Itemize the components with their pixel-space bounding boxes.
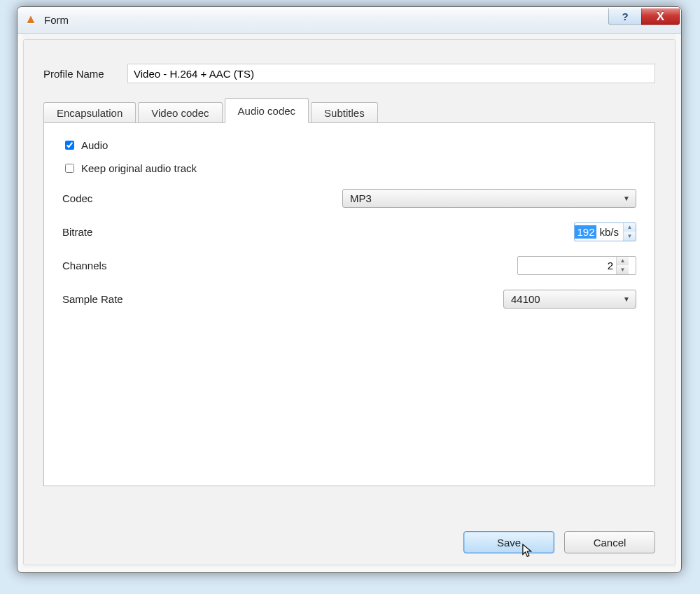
titlebar: Form ? X [18, 7, 681, 34]
dialog-footer: Save Cancel [463, 531, 655, 553]
audio-checkbox[interactable] [65, 141, 74, 150]
keep-original-row: Keep original audio track [62, 162, 636, 175]
audio-codec-panel: Audio Keep original audio track Codec MP… [43, 122, 655, 486]
sample-rate-value: 44100 [511, 293, 540, 305]
save-button[interactable]: Save [463, 531, 554, 553]
codec-row: Codec MP3 ▼ [62, 188, 636, 208]
spin-down-icon[interactable]: ▼ [617, 265, 629, 274]
channels-spin-buttons[interactable]: ▲ ▼ [616, 257, 629, 274]
codec-value: MP3 [350, 192, 372, 204]
dialog-window: Form ? X Profile Name Encapsulation Vide… [17, 6, 682, 573]
channels-value[interactable] [518, 260, 616, 271]
channels-spinner[interactable]: ▲ ▼ [517, 256, 636, 275]
chevron-down-icon: ▼ [623, 195, 630, 202]
profile-name-input[interactable] [127, 64, 655, 83]
bitrate-unit: kb/s [598, 226, 623, 238]
close-button[interactable]: X [641, 8, 680, 25]
keep-original-label: Keep original audio track [81, 162, 197, 174]
channels-row: Channels ▲ ▼ [62, 255, 636, 276]
sample-rate-row: Sample Rate 44100 ▼ [62, 288, 636, 309]
audio-checkbox-label: Audio [81, 139, 108, 151]
bitrate-spinner[interactable]: 192 kb/s ▲ ▼ [574, 222, 636, 241]
bitrate-value[interactable]: 192 [575, 225, 598, 239]
audio-checkbox-row: Audio [62, 139, 636, 152]
tab-video-codec[interactable]: Video codec [138, 102, 222, 123]
bitrate-label: Bitrate [62, 226, 342, 238]
titlebar-buttons: ? X [609, 8, 680, 25]
help-icon: ? [622, 10, 628, 22]
profile-name-label: Profile Name [43, 68, 127, 80]
sample-rate-select[interactable]: 44100 ▼ [503, 290, 636, 309]
codec-label: Codec [62, 192, 342, 204]
spin-down-icon[interactable]: ▼ [624, 232, 636, 241]
profile-name-row: Profile Name [43, 64, 655, 83]
spin-up-icon[interactable]: ▲ [617, 257, 629, 266]
channels-label: Channels [62, 260, 342, 271]
spin-up-icon[interactable]: ▲ [624, 223, 636, 232]
window-title: Form [44, 14, 69, 26]
client-area: Profile Name Encapsulation Video codec A… [23, 39, 676, 565]
bitrate-spin-buttons[interactable]: ▲ ▼ [623, 223, 636, 241]
tab-encapsulation[interactable]: Encapsulation [43, 102, 136, 123]
tab-audio-codec[interactable]: Audio codec [225, 98, 309, 123]
cancel-button-label: Cancel [594, 537, 626, 549]
bitrate-row: Bitrate 192 kb/s ▲ ▼ [62, 221, 636, 242]
sample-rate-label: Sample Rate [62, 293, 342, 305]
cancel-button[interactable]: Cancel [564, 531, 655, 553]
help-button[interactable]: ? [608, 8, 642, 25]
vlc-cone-icon [24, 13, 38, 27]
chevron-down-icon: ▼ [623, 295, 630, 303]
save-button-label: Save [497, 537, 521, 549]
keep-original-checkbox[interactable] [65, 164, 74, 173]
close-icon: X [657, 10, 664, 24]
tab-subtitles[interactable]: Subtitles [311, 102, 378, 123]
codec-select[interactable]: MP3 ▼ [342, 189, 636, 208]
tab-strip: Encapsulation Video codec Audio codec Su… [43, 99, 655, 122]
